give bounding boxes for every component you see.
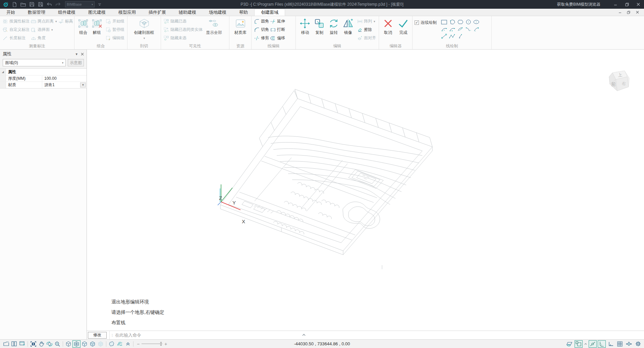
combine-button[interactable]: 组合 bbox=[76, 17, 90, 36]
material-dropdown-button[interactable]: ▼ bbox=[80, 82, 86, 88]
gizmo-icon[interactable] bbox=[625, 340, 633, 348]
view-scale-slider[interactable]: − + bbox=[137, 341, 167, 347]
hide-selected-same-class-button[interactable]: 隐藏已选同类实体 bbox=[163, 25, 203, 34]
zoom-extents-icon[interactable] bbox=[29, 340, 37, 348]
tab-site-modeling[interactable]: 场地建模 bbox=[203, 9, 233, 16]
erase-button[interactable]: 擦除 bbox=[357, 25, 377, 34]
chamfer-button[interactable]: 切角 bbox=[254, 25, 270, 34]
view-cube-top-label[interactable]: 上 bbox=[618, 72, 623, 78]
osnap-more-caret-icon[interactable] bbox=[584, 340, 588, 348]
expand-statusbar-icon[interactable] bbox=[124, 340, 132, 348]
draw-line-button[interactable] bbox=[440, 33, 448, 40]
tab-component-modeling[interactable]: 组件建模 bbox=[52, 9, 82, 16]
draw-arc-center-button[interactable] bbox=[440, 25, 448, 33]
command-input[interactable] bbox=[115, 332, 644, 339]
new-file-icon[interactable] bbox=[11, 1, 18, 8]
array-button[interactable]: 阵列▾ bbox=[357, 17, 377, 25]
save-icon[interactable] bbox=[28, 1, 36, 8]
panel-dock-icon[interactable]: ▾ bbox=[75, 52, 77, 56]
elevation-button[interactable]: 标高 bbox=[58, 17, 74, 25]
slider-handle[interactable] bbox=[160, 342, 162, 346]
view-cube-front-label[interactable]: 前 bbox=[611, 81, 616, 88]
section-expander-icon[interactable]: ◢ bbox=[0, 69, 6, 75]
draw-arc-tangent-button[interactable] bbox=[464, 25, 472, 33]
length-annotate-button[interactable]: 长度标注 bbox=[2, 34, 30, 42]
hide-selected-button[interactable]: 隐藏已选 bbox=[163, 17, 203, 25]
ortho-icon[interactable] bbox=[607, 340, 615, 348]
zoom-in-icon[interactable]: + bbox=[164, 341, 167, 347]
draw-ellipse-button[interactable] bbox=[472, 18, 480, 25]
draw-pick-point-button[interactable] bbox=[456, 33, 464, 40]
tab-plugin-extension[interactable]: 插件扩展 bbox=[142, 9, 172, 16]
settings-gear-icon[interactable] bbox=[634, 340, 642, 348]
ungroup-button[interactable]: 解组 bbox=[90, 17, 104, 36]
tab-data-management[interactable]: 数据管理 bbox=[21, 9, 52, 16]
undo-icon[interactable] bbox=[46, 1, 53, 8]
tab-start[interactable]: 开始 bbox=[0, 9, 21, 16]
annotate-by-property-button[interactable]: 按属性标注 bbox=[2, 17, 30, 25]
new-window-icon[interactable] bbox=[18, 340, 26, 348]
tab-element-modeling[interactable]: 图元建模 bbox=[82, 9, 112, 16]
zoom-window-icon[interactable] bbox=[53, 340, 61, 348]
pan-icon[interactable] bbox=[37, 340, 45, 348]
tile-windows-icon[interactable] bbox=[10, 340, 18, 348]
start-group-button[interactable]: 开始组 bbox=[105, 17, 125, 25]
custom-annotate-button[interactable]: 自定义标注 bbox=[2, 25, 30, 34]
display-shaded-icon[interactable] bbox=[97, 340, 105, 348]
osnap-tangent-icon[interactable] bbox=[598, 340, 606, 348]
tab-model-application[interactable]: 模型应用 bbox=[112, 9, 142, 16]
fillet-button[interactable]: 圆角 bbox=[254, 17, 270, 25]
show-all-button[interactable]: 显示全部 bbox=[204, 17, 224, 36]
display-conceptual-icon[interactable] bbox=[108, 340, 116, 348]
create-section-box-button[interactable]: 创建剖面框 ▾ bbox=[130, 17, 159, 40]
edge-style-icon[interactable] bbox=[116, 340, 124, 348]
redo-icon[interactable] bbox=[54, 1, 62, 8]
break-button[interactable]: 打断 bbox=[270, 25, 286, 34]
copy-button[interactable]: 复制 bbox=[312, 17, 327, 36]
drag-handle-icon[interactable]: ⁞ bbox=[112, 333, 112, 337]
zoom-out-icon[interactable]: − bbox=[137, 341, 140, 347]
grid-icon[interactable] bbox=[616, 340, 624, 348]
osnap-midpoint-icon[interactable] bbox=[589, 340, 597, 348]
minimize-button[interactable] bbox=[610, 0, 621, 9]
display-wireframe-all-icon[interactable] bbox=[72, 340, 80, 348]
draw-circle-button[interactable] bbox=[464, 18, 472, 25]
schematic-button[interactable]: 示意图 bbox=[68, 59, 84, 66]
draw-arc-start-center-button[interactable] bbox=[448, 25, 456, 33]
tab-create-region[interactable]: 创建面域 bbox=[254, 9, 285, 16]
tab-help[interactable]: 帮助 bbox=[233, 9, 254, 16]
draw-polyline-button[interactable] bbox=[448, 33, 456, 40]
select-face-button[interactable]: 选择面▾ bbox=[30, 25, 58, 34]
mirror-button[interactable]: 镜像 bbox=[341, 17, 355, 36]
orbit-icon[interactable] bbox=[45, 340, 53, 348]
bim-viewer-promo-link[interactable]: 获取免费BIM模型浏览器 bbox=[557, 2, 600, 7]
rotate-button[interactable]: 旋转 bbox=[327, 17, 341, 36]
angle-button[interactable]: 角度 bbox=[30, 34, 58, 42]
display-shaded-edges-icon[interactable] bbox=[89, 340, 97, 348]
viewport[interactable]: Z Y X 上 前 右 退出地形编辑环境 请选择一个地形,右键确定 布置线 bbox=[87, 50, 644, 339]
restore-button[interactable] bbox=[621, 0, 633, 9]
new-view-icon[interactable] bbox=[2, 340, 10, 348]
close-button[interactable] bbox=[633, 0, 644, 9]
save-as-icon[interactable] bbox=[37, 1, 44, 8]
collapse-panel-chevron-icon[interactable] bbox=[302, 333, 306, 337]
object-type-select[interactable]: 面域(0) ▾ bbox=[3, 59, 66, 66]
draw-hexagon-button[interactable] bbox=[456, 18, 464, 25]
move-button[interactable]: 移动 bbox=[298, 17, 312, 36]
modify-button[interactable]: 修改 bbox=[88, 332, 107, 339]
panel-close-icon[interactable] bbox=[81, 53, 84, 56]
offset-button[interactable]: 偏移 bbox=[270, 34, 286, 42]
child-close-button[interactable] bbox=[633, 9, 641, 16]
edit-group-button[interactable]: 编辑组 bbox=[105, 34, 125, 42]
pause-group-button[interactable]: 暂停组 bbox=[105, 25, 125, 34]
material-value-field[interactable]: 沥青1 ▼ bbox=[42, 82, 87, 88]
extend-button[interactable]: 延伸 bbox=[270, 17, 286, 25]
cancel-button[interactable]: 取消 bbox=[381, 17, 395, 36]
thickness-value-field[interactable]: 100.00 bbox=[42, 75, 87, 81]
draw-arc-three-point-button[interactable] bbox=[456, 25, 464, 33]
hide-unselected-button[interactable]: 隐藏未选 bbox=[163, 34, 203, 42]
trim-button[interactable]: 修剪 bbox=[254, 34, 270, 42]
child-minimize-button[interactable] bbox=[616, 9, 624, 16]
tab-auxiliary-modeling[interactable]: 辅助建模 bbox=[172, 9, 203, 16]
continuous-draw-toggle[interactable]: ✓ 连续绘制 bbox=[415, 20, 437, 25]
